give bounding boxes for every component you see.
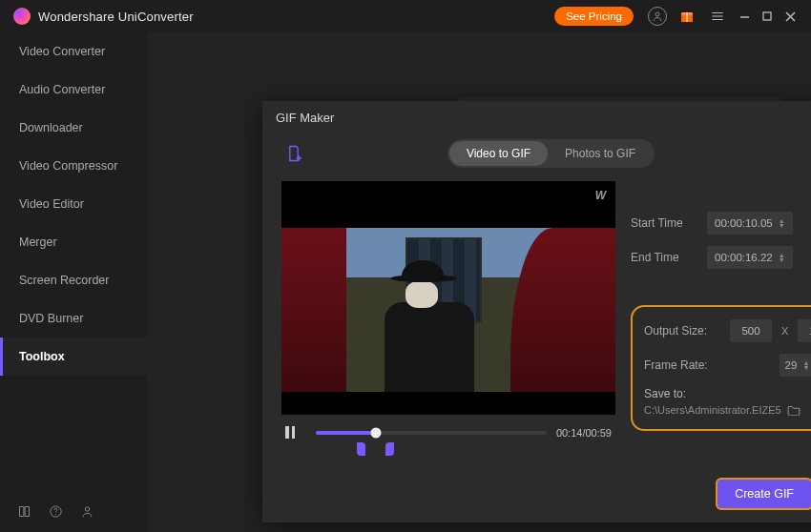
start-time-value: 00:00:10.05 [715,217,773,229]
user-icon[interactable] [80,504,94,519]
hamburger-menu-icon[interactable] [707,6,728,27]
minimize-button[interactable] [733,5,756,28]
folder-browse-icon[interactable] [787,404,801,416]
watermark-icon: W [595,189,606,202]
sidebar: Video Converter Audio Converter Download… [0,32,148,532]
sidebar-item-dvd-burner[interactable]: DVD Burner [0,299,148,338]
range-end-handle[interactable] [385,442,394,456]
tab-video-to-gif[interactable]: Video to GIF [449,141,548,166]
multiply-icon: X [781,325,788,337]
start-time-input[interactable]: 00:00:10.05 ▲▼ [707,212,793,235]
book-icon[interactable] [17,504,31,519]
svg-point-0 [655,12,659,16]
close-button[interactable] [779,5,801,28]
app-logo-icon [13,8,31,25]
time-display: 00:14/00:59 [556,427,612,439]
output-width-input[interactable]: 500 [730,319,772,342]
titlebar: Wondershare UniConverter See Pricing [0,0,811,32]
sidebar-item-downloader[interactable]: Downloader [0,109,148,147]
seek-thumb[interactable] [370,427,381,438]
frame-rate-label: Frame Rate: [644,358,720,372]
sidebar-item-video-editor[interactable]: Video Editor [0,185,148,223]
help-icon[interactable] [49,504,63,519]
pause-button[interactable] [285,426,306,439]
stepper-arrows-icon[interactable]: ▲▼ [779,253,785,262]
tab-photos-to-gif[interactable]: Photos to GIF [548,141,653,166]
maximize-button[interactable] [756,5,779,28]
stepper-arrows-icon[interactable]: ▲▼ [802,360,809,370]
app-name: Wondershare UniConverter [38,10,194,24]
sidebar-item-audio-converter[interactable]: Audio Converter [0,71,148,109]
sidebar-item-video-converter[interactable]: Video Converter [0,32,148,71]
svg-rect-3 [686,12,687,22]
gift-icon[interactable] [676,6,697,27]
mode-segmented: Video to GIF Photos to GIF [447,139,655,168]
save-path-value: C:\Users\Administrator.EIZE5 [644,404,781,416]
content-area: Metadata edit metadata es r rom CD GIF M… [148,32,811,532]
end-time-value: 00:00:16.22 [715,252,773,263]
frame-rate-value: 29 [785,359,798,371]
sidebar-item-toolbox[interactable]: Toolbox [0,338,148,376]
sidebar-item-screen-recorder[interactable]: Screen Recorder [0,261,148,299]
output-settings-group: Output Size: 500 X 281 Frame Rate: 29 ▲▼ [631,305,811,431]
end-time-input[interactable]: 00:00:16.22 ▲▼ [707,246,793,269]
gif-maker-modal: GIF Maker Video to GIF Photos to GIF [262,101,811,522]
end-time-label: End Time [631,251,697,264]
start-time-label: Start Time [631,216,697,230]
avatar-icon[interactable] [648,7,667,26]
range-start-handle[interactable] [357,442,365,456]
stepper-arrows-icon[interactable]: ▲▼ [779,218,785,228]
video-preview[interactable]: W [281,181,615,415]
add-file-icon[interactable] [283,143,304,164]
frame-rate-input[interactable]: 29 ▲▼ [780,354,811,377]
save-to-label: Save to: [644,387,811,400]
create-gif-button[interactable]: Create GIF [716,478,811,510]
see-pricing-button[interactable]: See Pricing [554,7,634,26]
svg-rect-4 [763,12,771,20]
sidebar-item-video-compressor[interactable]: Video Compressor [0,147,148,185]
seek-slider[interactable] [316,431,547,435]
output-height-input[interactable]: 281 [798,319,811,342]
output-size-label: Output Size: [644,324,720,338]
modal-title: GIF Maker [276,111,334,125]
svg-point-6 [85,507,89,511]
sidebar-item-merger[interactable]: Merger [0,223,148,261]
